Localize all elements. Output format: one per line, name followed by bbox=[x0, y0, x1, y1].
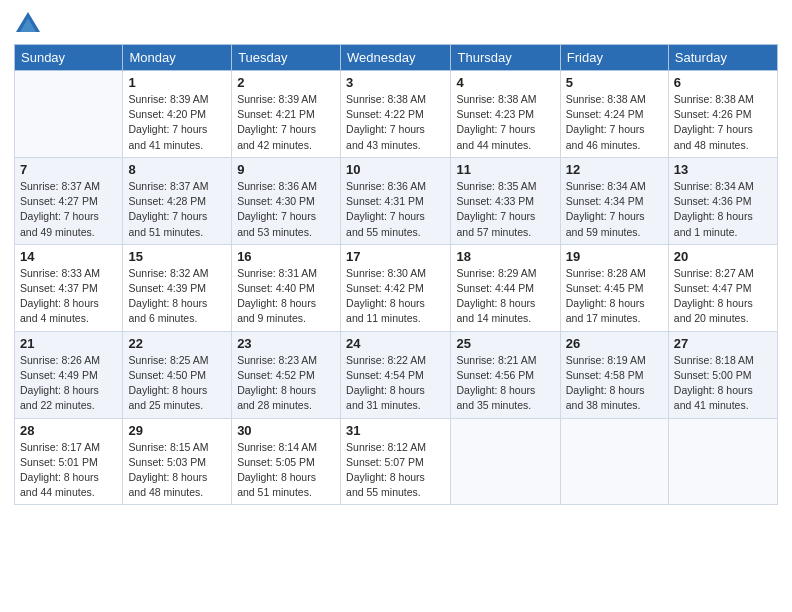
calendar-cell bbox=[560, 418, 668, 505]
day-info: Sunrise: 8:32 AMSunset: 4:39 PMDaylight:… bbox=[128, 266, 226, 327]
day-number: 3 bbox=[346, 75, 445, 90]
calendar-cell: 12Sunrise: 8:34 AMSunset: 4:34 PMDayligh… bbox=[560, 157, 668, 244]
calendar-cell: 9Sunrise: 8:36 AMSunset: 4:30 PMDaylight… bbox=[232, 157, 341, 244]
calendar-cell bbox=[15, 71, 123, 158]
day-info: Sunrise: 8:25 AMSunset: 4:50 PMDaylight:… bbox=[128, 353, 226, 414]
calendar-cell: 21Sunrise: 8:26 AMSunset: 4:49 PMDayligh… bbox=[15, 331, 123, 418]
day-info: Sunrise: 8:36 AMSunset: 4:30 PMDaylight:… bbox=[237, 179, 335, 240]
calendar-cell: 31Sunrise: 8:12 AMSunset: 5:07 PMDayligh… bbox=[341, 418, 451, 505]
day-info: Sunrise: 8:39 AMSunset: 4:21 PMDaylight:… bbox=[237, 92, 335, 153]
day-number: 10 bbox=[346, 162, 445, 177]
day-number: 29 bbox=[128, 423, 226, 438]
day-info: Sunrise: 8:12 AMSunset: 5:07 PMDaylight:… bbox=[346, 440, 445, 501]
header-row: Sunday Monday Tuesday Wednesday Thursday… bbox=[15, 45, 778, 71]
day-info: Sunrise: 8:15 AMSunset: 5:03 PMDaylight:… bbox=[128, 440, 226, 501]
col-friday: Friday bbox=[560, 45, 668, 71]
day-info: Sunrise: 8:34 AMSunset: 4:36 PMDaylight:… bbox=[674, 179, 772, 240]
day-number: 30 bbox=[237, 423, 335, 438]
day-number: 15 bbox=[128, 249, 226, 264]
day-info: Sunrise: 8:35 AMSunset: 4:33 PMDaylight:… bbox=[456, 179, 554, 240]
calendar-cell: 14Sunrise: 8:33 AMSunset: 4:37 PMDayligh… bbox=[15, 244, 123, 331]
day-number: 8 bbox=[128, 162, 226, 177]
calendar-cell: 6Sunrise: 8:38 AMSunset: 4:26 PMDaylight… bbox=[668, 71, 777, 158]
col-sunday: Sunday bbox=[15, 45, 123, 71]
calendar-cell: 28Sunrise: 8:17 AMSunset: 5:01 PMDayligh… bbox=[15, 418, 123, 505]
day-info: Sunrise: 8:39 AMSunset: 4:20 PMDaylight:… bbox=[128, 92, 226, 153]
day-number: 1 bbox=[128, 75, 226, 90]
week-row-1: 7Sunrise: 8:37 AMSunset: 4:27 PMDaylight… bbox=[15, 157, 778, 244]
calendar-cell: 23Sunrise: 8:23 AMSunset: 4:52 PMDayligh… bbox=[232, 331, 341, 418]
day-number: 25 bbox=[456, 336, 554, 351]
day-info: Sunrise: 8:30 AMSunset: 4:42 PMDaylight:… bbox=[346, 266, 445, 327]
day-number: 19 bbox=[566, 249, 663, 264]
day-number: 22 bbox=[128, 336, 226, 351]
week-row-3: 21Sunrise: 8:26 AMSunset: 4:49 PMDayligh… bbox=[15, 331, 778, 418]
day-info: Sunrise: 8:26 AMSunset: 4:49 PMDaylight:… bbox=[20, 353, 117, 414]
calendar-cell: 20Sunrise: 8:27 AMSunset: 4:47 PMDayligh… bbox=[668, 244, 777, 331]
day-number: 16 bbox=[237, 249, 335, 264]
day-number: 28 bbox=[20, 423, 117, 438]
day-number: 20 bbox=[674, 249, 772, 264]
day-number: 2 bbox=[237, 75, 335, 90]
day-number: 17 bbox=[346, 249, 445, 264]
day-info: Sunrise: 8:38 AMSunset: 4:23 PMDaylight:… bbox=[456, 92, 554, 153]
day-number: 6 bbox=[674, 75, 772, 90]
calendar-cell: 24Sunrise: 8:22 AMSunset: 4:54 PMDayligh… bbox=[341, 331, 451, 418]
calendar-cell bbox=[451, 418, 560, 505]
day-info: Sunrise: 8:33 AMSunset: 4:37 PMDaylight:… bbox=[20, 266, 117, 327]
day-info: Sunrise: 8:36 AMSunset: 4:31 PMDaylight:… bbox=[346, 179, 445, 240]
calendar-cell: 7Sunrise: 8:37 AMSunset: 4:27 PMDaylight… bbox=[15, 157, 123, 244]
day-number: 23 bbox=[237, 336, 335, 351]
day-info: Sunrise: 8:17 AMSunset: 5:01 PMDaylight:… bbox=[20, 440, 117, 501]
col-wednesday: Wednesday bbox=[341, 45, 451, 71]
col-thursday: Thursday bbox=[451, 45, 560, 71]
calendar-cell: 5Sunrise: 8:38 AMSunset: 4:24 PMDaylight… bbox=[560, 71, 668, 158]
day-info: Sunrise: 8:19 AMSunset: 4:58 PMDaylight:… bbox=[566, 353, 663, 414]
calendar-cell: 1Sunrise: 8:39 AMSunset: 4:20 PMDaylight… bbox=[123, 71, 232, 158]
day-info: Sunrise: 8:37 AMSunset: 4:28 PMDaylight:… bbox=[128, 179, 226, 240]
calendar-cell: 30Sunrise: 8:14 AMSunset: 5:05 PMDayligh… bbox=[232, 418, 341, 505]
day-info: Sunrise: 8:18 AMSunset: 5:00 PMDaylight:… bbox=[674, 353, 772, 414]
calendar-cell: 8Sunrise: 8:37 AMSunset: 4:28 PMDaylight… bbox=[123, 157, 232, 244]
day-info: Sunrise: 8:38 AMSunset: 4:22 PMDaylight:… bbox=[346, 92, 445, 153]
day-info: Sunrise: 8:29 AMSunset: 4:44 PMDaylight:… bbox=[456, 266, 554, 327]
day-number: 26 bbox=[566, 336, 663, 351]
day-info: Sunrise: 8:14 AMSunset: 5:05 PMDaylight:… bbox=[237, 440, 335, 501]
col-saturday: Saturday bbox=[668, 45, 777, 71]
day-number: 21 bbox=[20, 336, 117, 351]
day-info: Sunrise: 8:21 AMSunset: 4:56 PMDaylight:… bbox=[456, 353, 554, 414]
day-info: Sunrise: 8:22 AMSunset: 4:54 PMDaylight:… bbox=[346, 353, 445, 414]
logo-icon bbox=[14, 10, 42, 38]
calendar-cell: 18Sunrise: 8:29 AMSunset: 4:44 PMDayligh… bbox=[451, 244, 560, 331]
calendar-cell: 25Sunrise: 8:21 AMSunset: 4:56 PMDayligh… bbox=[451, 331, 560, 418]
day-info: Sunrise: 8:23 AMSunset: 4:52 PMDaylight:… bbox=[237, 353, 335, 414]
calendar-cell: 13Sunrise: 8:34 AMSunset: 4:36 PMDayligh… bbox=[668, 157, 777, 244]
day-info: Sunrise: 8:31 AMSunset: 4:40 PMDaylight:… bbox=[237, 266, 335, 327]
week-row-0: 1Sunrise: 8:39 AMSunset: 4:20 PMDaylight… bbox=[15, 71, 778, 158]
day-info: Sunrise: 8:27 AMSunset: 4:47 PMDaylight:… bbox=[674, 266, 772, 327]
day-number: 14 bbox=[20, 249, 117, 264]
calendar-cell: 15Sunrise: 8:32 AMSunset: 4:39 PMDayligh… bbox=[123, 244, 232, 331]
calendar-cell: 3Sunrise: 8:38 AMSunset: 4:22 PMDaylight… bbox=[341, 71, 451, 158]
day-info: Sunrise: 8:28 AMSunset: 4:45 PMDaylight:… bbox=[566, 266, 663, 327]
day-info: Sunrise: 8:37 AMSunset: 4:27 PMDaylight:… bbox=[20, 179, 117, 240]
calendar-cell: 10Sunrise: 8:36 AMSunset: 4:31 PMDayligh… bbox=[341, 157, 451, 244]
day-number: 12 bbox=[566, 162, 663, 177]
day-number: 18 bbox=[456, 249, 554, 264]
header bbox=[14, 10, 778, 38]
calendar-page: Sunday Monday Tuesday Wednesday Thursday… bbox=[0, 0, 792, 612]
day-info: Sunrise: 8:34 AMSunset: 4:34 PMDaylight:… bbox=[566, 179, 663, 240]
col-monday: Monday bbox=[123, 45, 232, 71]
day-number: 7 bbox=[20, 162, 117, 177]
day-number: 31 bbox=[346, 423, 445, 438]
day-info: Sunrise: 8:38 AMSunset: 4:24 PMDaylight:… bbox=[566, 92, 663, 153]
calendar-cell: 27Sunrise: 8:18 AMSunset: 5:00 PMDayligh… bbox=[668, 331, 777, 418]
calendar-cell: 17Sunrise: 8:30 AMSunset: 4:42 PMDayligh… bbox=[341, 244, 451, 331]
logo bbox=[14, 14, 46, 38]
calendar-table: Sunday Monday Tuesday Wednesday Thursday… bbox=[14, 44, 778, 505]
calendar-cell: 16Sunrise: 8:31 AMSunset: 4:40 PMDayligh… bbox=[232, 244, 341, 331]
day-info: Sunrise: 8:38 AMSunset: 4:26 PMDaylight:… bbox=[674, 92, 772, 153]
calendar-cell: 19Sunrise: 8:28 AMSunset: 4:45 PMDayligh… bbox=[560, 244, 668, 331]
calendar-cell: 2Sunrise: 8:39 AMSunset: 4:21 PMDaylight… bbox=[232, 71, 341, 158]
calendar-cell: 22Sunrise: 8:25 AMSunset: 4:50 PMDayligh… bbox=[123, 331, 232, 418]
